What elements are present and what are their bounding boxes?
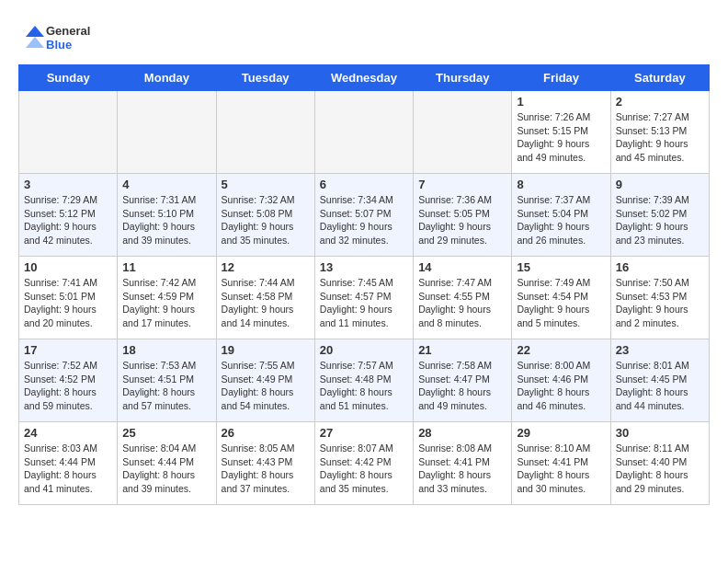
calendar-header-sunday: Sunday (19, 65, 118, 91)
calendar-day: 4Sunrise: 7:31 AM Sunset: 5:10 PM Daylig… (118, 174, 216, 257)
calendar-day: 8Sunrise: 7:37 AM Sunset: 5:04 PM Daylig… (512, 174, 610, 257)
calendar-week-row: 10Sunrise: 7:41 AM Sunset: 5:01 PM Dayli… (19, 257, 710, 339)
calendar-day: 16Sunrise: 7:50 AM Sunset: 4:53 PM Dayli… (610, 257, 709, 339)
calendar-header-monday: Monday (118, 65, 216, 91)
day-number: 18 (122, 343, 210, 357)
day-info: Sunrise: 7:41 AM Sunset: 5:01 PM Dayligh… (24, 276, 112, 330)
calendar-day: 14Sunrise: 7:47 AM Sunset: 4:55 PM Dayli… (414, 257, 512, 339)
calendar-day: 2Sunrise: 7:27 AM Sunset: 5:13 PM Daylig… (610, 91, 709, 174)
day-info: Sunrise: 8:00 AM Sunset: 4:46 PM Dayligh… (517, 359, 605, 413)
calendar-day: 9Sunrise: 7:39 AM Sunset: 5:02 PM Daylig… (610, 174, 709, 257)
day-number: 30 (616, 426, 704, 440)
day-info: Sunrise: 7:45 AM Sunset: 4:57 PM Dayligh… (320, 276, 408, 330)
day-number: 10 (24, 260, 112, 274)
calendar-day: 24Sunrise: 8:03 AM Sunset: 4:44 PM Dayli… (19, 422, 118, 505)
day-number: 29 (517, 426, 605, 440)
day-number: 12 (222, 260, 310, 274)
day-info: Sunrise: 7:57 AM Sunset: 4:48 PM Dayligh… (320, 359, 408, 413)
calendar-day: 21Sunrise: 7:58 AM Sunset: 4:47 PM Dayli… (414, 339, 512, 422)
calendar-day: 18Sunrise: 7:53 AM Sunset: 4:51 PM Dayli… (118, 339, 216, 422)
day-info: Sunrise: 7:44 AM Sunset: 4:58 PM Dayligh… (222, 276, 310, 330)
day-number: 16 (616, 260, 704, 274)
calendar-header-wednesday: Wednesday (314, 65, 413, 91)
svg-marker-3 (26, 37, 44, 48)
calendar-header-row: SundayMondayTuesdayWednesdayThursdayFrid… (19, 65, 710, 91)
calendar-day: 29Sunrise: 8:10 AM Sunset: 4:41 PM Dayli… (512, 422, 610, 505)
calendar-header-saturday: Saturday (610, 65, 709, 91)
day-number: 17 (24, 343, 112, 357)
day-info: Sunrise: 8:05 AM Sunset: 4:43 PM Dayligh… (222, 442, 310, 496)
day-info: Sunrise: 7:32 AM Sunset: 5:08 PM Dayligh… (222, 193, 310, 247)
calendar-day: 23Sunrise: 8:01 AM Sunset: 4:45 PM Dayli… (610, 339, 709, 422)
calendar-header-friday: Friday (512, 65, 610, 91)
day-number: 1 (517, 95, 605, 109)
day-number: 3 (24, 178, 112, 191)
day-number: 2 (616, 95, 704, 109)
day-number: 6 (320, 178, 408, 191)
calendar-table: SundayMondayTuesdayWednesdayThursdayFrid… (18, 64, 710, 505)
day-info: Sunrise: 8:10 AM Sunset: 4:41 PM Dayligh… (517, 442, 605, 496)
calendar-day (19, 91, 118, 174)
calendar-day: 19Sunrise: 7:55 AM Sunset: 4:49 PM Dayli… (216, 339, 314, 422)
day-info: Sunrise: 8:07 AM Sunset: 4:42 PM Dayligh… (320, 442, 408, 496)
day-number: 22 (517, 343, 605, 357)
day-number: 13 (320, 260, 408, 274)
calendar-day (314, 91, 413, 174)
day-number: 26 (222, 426, 310, 440)
day-info: Sunrise: 8:08 AM Sunset: 4:41 PM Dayligh… (418, 442, 506, 496)
day-number: 8 (517, 178, 605, 191)
day-number: 20 (320, 343, 408, 357)
day-number: 25 (122, 426, 210, 440)
svg-marker-2 (26, 26, 44, 37)
calendar-day (118, 91, 216, 174)
calendar-day: 10Sunrise: 7:41 AM Sunset: 5:01 PM Dayli… (19, 257, 118, 339)
calendar-day: 12Sunrise: 7:44 AM Sunset: 4:58 PM Dayli… (216, 257, 314, 339)
calendar-day: 17Sunrise: 7:52 AM Sunset: 4:52 PM Dayli… (19, 339, 118, 422)
calendar-day: 27Sunrise: 8:07 AM Sunset: 4:42 PM Dayli… (314, 422, 413, 505)
calendar-day: 11Sunrise: 7:42 AM Sunset: 4:59 PM Dayli… (118, 257, 216, 339)
day-info: Sunrise: 8:04 AM Sunset: 4:44 PM Dayligh… (122, 442, 210, 496)
calendar-day: 30Sunrise: 8:11 AM Sunset: 4:40 PM Dayli… (610, 422, 709, 505)
calendar-day: 22Sunrise: 8:00 AM Sunset: 4:46 PM Dayli… (512, 339, 610, 422)
day-number: 15 (517, 260, 605, 274)
calendar-week-row: 24Sunrise: 8:03 AM Sunset: 4:44 PM Dayli… (19, 422, 710, 505)
day-number: 27 (320, 426, 408, 440)
day-info: Sunrise: 8:03 AM Sunset: 4:44 PM Dayligh… (24, 442, 112, 496)
calendar-day: 20Sunrise: 7:57 AM Sunset: 4:48 PM Dayli… (314, 339, 413, 422)
calendar-day: 26Sunrise: 8:05 AM Sunset: 4:43 PM Dayli… (216, 422, 314, 505)
calendar-week-row: 1Sunrise: 7:26 AM Sunset: 5:15 PM Daylig… (19, 91, 710, 174)
calendar-day: 5Sunrise: 7:32 AM Sunset: 5:08 PM Daylig… (216, 174, 314, 257)
calendar-day: 15Sunrise: 7:49 AM Sunset: 4:54 PM Dayli… (512, 257, 610, 339)
day-number: 4 (122, 178, 210, 191)
day-info: Sunrise: 7:49 AM Sunset: 4:54 PM Dayligh… (517, 276, 605, 330)
day-info: Sunrise: 7:52 AM Sunset: 4:52 PM Dayligh… (24, 359, 112, 413)
logo: General Blue (18, 18, 101, 55)
day-number: 21 (418, 343, 506, 357)
calendar-day: 13Sunrise: 7:45 AM Sunset: 4:57 PM Dayli… (314, 257, 413, 339)
calendar-week-row: 3Sunrise: 7:29 AM Sunset: 5:12 PM Daylig… (19, 174, 710, 257)
calendar-day: 28Sunrise: 8:08 AM Sunset: 4:41 PM Dayli… (414, 422, 512, 505)
day-number: 11 (122, 260, 210, 274)
day-info: Sunrise: 7:29 AM Sunset: 5:12 PM Dayligh… (24, 193, 112, 247)
day-info: Sunrise: 7:27 AM Sunset: 5:13 PM Dayligh… (616, 110, 704, 165)
day-info: Sunrise: 7:34 AM Sunset: 5:07 PM Dayligh… (320, 193, 408, 247)
calendar-day: 7Sunrise: 7:36 AM Sunset: 5:05 PM Daylig… (414, 174, 512, 257)
day-number: 19 (222, 343, 310, 357)
day-info: Sunrise: 7:42 AM Sunset: 4:59 PM Dayligh… (122, 276, 210, 330)
day-number: 24 (24, 426, 112, 440)
calendar-day: 1Sunrise: 7:26 AM Sunset: 5:15 PM Daylig… (512, 91, 610, 174)
logo-svg: General Blue (18, 18, 101, 55)
day-info: Sunrise: 8:11 AM Sunset: 4:40 PM Dayligh… (616, 442, 704, 496)
day-number: 23 (616, 343, 704, 357)
calendar-header-thursday: Thursday (414, 65, 512, 91)
day-number: 7 (418, 178, 506, 191)
calendar-day: 25Sunrise: 8:04 AM Sunset: 4:44 PM Dayli… (118, 422, 216, 505)
day-info: Sunrise: 7:37 AM Sunset: 5:04 PM Dayligh… (517, 193, 605, 247)
day-info: Sunrise: 7:36 AM Sunset: 5:05 PM Dayligh… (418, 193, 506, 247)
day-info: Sunrise: 7:26 AM Sunset: 5:15 PM Dayligh… (517, 110, 605, 165)
calendar-header-tuesday: Tuesday (216, 65, 314, 91)
day-info: Sunrise: 8:01 AM Sunset: 4:45 PM Dayligh… (616, 359, 704, 413)
day-number: 28 (418, 426, 506, 440)
day-info: Sunrise: 7:47 AM Sunset: 4:55 PM Dayligh… (418, 276, 506, 330)
calendar-week-row: 17Sunrise: 7:52 AM Sunset: 4:52 PM Dayli… (19, 339, 710, 422)
